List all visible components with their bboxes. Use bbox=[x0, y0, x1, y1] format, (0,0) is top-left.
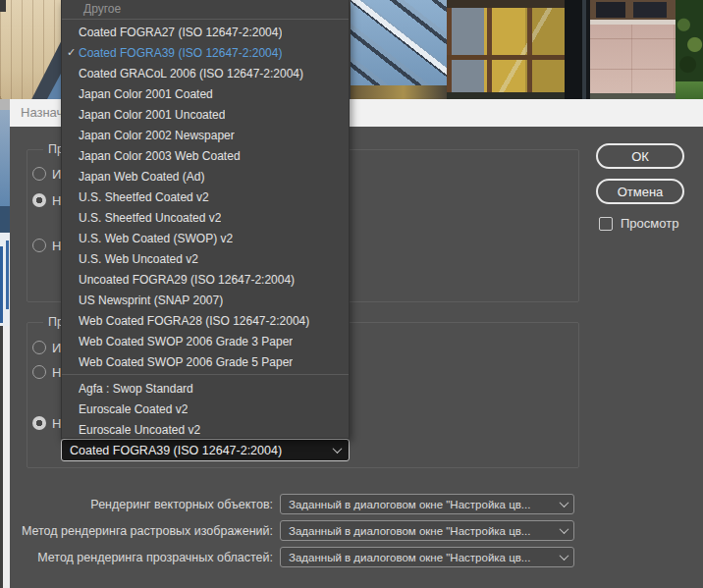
radio-button[interactable] bbox=[32, 341, 46, 354]
radio-button[interactable] bbox=[32, 365, 46, 379]
photo-window-wall bbox=[447, 0, 565, 99]
popup-item-label: Japan Web Coated (Ad) bbox=[79, 170, 205, 184]
edge-sign bbox=[0, 233, 10, 326]
intent-select[interactable]: Заданный в диалоговом окне "Настройка цв… bbox=[280, 520, 574, 541]
edge-gray bbox=[0, 99, 10, 110]
profile-combobox[interactable]: Coated FOGRA39 (ISO 12647-2:2004) bbox=[61, 439, 350, 461]
popup-item[interactable]: Japan Color 2001 Coated bbox=[62, 83, 349, 104]
document-photo-top bbox=[351, 0, 703, 99]
radio-option-current-space[interactable]: Н bbox=[32, 364, 61, 380]
radio-button[interactable] bbox=[32, 167, 46, 181]
popup-item-label: Japan Color 2002 Newspaper bbox=[79, 129, 235, 142]
popup-item-label: US Newsprint (SNAP 2007) bbox=[79, 294, 223, 307]
photo-grass bbox=[676, 81, 703, 99]
popup-item[interactable]: Web Coated FOGRA28 (ISO 12647-2:2004) bbox=[62, 310, 349, 331]
radio-button[interactable] bbox=[32, 193, 46, 207]
edge-sky bbox=[0, 110, 10, 206]
photo-window bbox=[633, 2, 667, 18]
radio-label: Н bbox=[52, 193, 61, 208]
edge-navy bbox=[0, 206, 10, 233]
photo-pillar bbox=[565, 0, 590, 99]
chevron-down-icon bbox=[560, 551, 569, 561]
photo-window bbox=[596, 2, 625, 18]
window-corner bbox=[0, 0, 6, 12]
popup-item[interactable]: Web Coated SWOP 2006 Grade 5 Paper bbox=[62, 351, 349, 372]
popup-item-label: Japan Color 2003 Web Coated bbox=[79, 149, 241, 163]
photo-foliage bbox=[676, 0, 703, 99]
radio-option-current-space[interactable]: Н bbox=[32, 192, 61, 208]
photo-floor bbox=[351, 85, 447, 99]
popup-item-label: Uncoated FOGRA29 (ISO 12647-2:2004) bbox=[79, 273, 295, 287]
intent-label: Метод рендеринга растровых изображений: bbox=[8, 524, 280, 538]
popup-item[interactable]: Japan Color 2003 Web Coated bbox=[62, 145, 349, 166]
popup-item[interactable]: U.S. Web Uncoated v2 bbox=[62, 248, 349, 269]
popup-item[interactable]: U.S. Sheetfed Coated v2 bbox=[62, 187, 349, 207]
popup-item[interactable]: U.S. Sheetfed Uncoated v2 bbox=[62, 207, 349, 228]
radio-label: И bbox=[52, 341, 61, 355]
intent-select[interactable]: Заданный в диалоговом окне "Настройка цв… bbox=[280, 494, 574, 514]
popup-item[interactable]: U.S. Web Coated (SWOP) v2 bbox=[62, 228, 349, 248]
profile-popup-menu: Другое Coated FOGRA27 (ISO 12647-2:2004)… bbox=[61, 0, 350, 439]
ok-button[interactable]: ОК bbox=[596, 143, 684, 169]
cancel-button[interactable]: Отмена bbox=[596, 179, 684, 204]
document-photo-left bbox=[0, 0, 61, 99]
radio-label: Н bbox=[52, 416, 61, 431]
radio-button[interactable] bbox=[32, 239, 46, 252]
intent-select-value: Заданный в диалоговом окне "Настройка цв… bbox=[289, 552, 561, 563]
popup-item-label: U.S. Sheetfed Coated v2 bbox=[79, 190, 209, 204]
intent-label: Рендеринг векторных объектов: bbox=[8, 498, 280, 511]
popup-header-other[interactable]: Другое bbox=[62, 0, 349, 18]
photo-dark-structure bbox=[0, 0, 61, 99]
intent-rows: Рендеринг векторных объектов:Заданный в … bbox=[8, 491, 597, 570]
popup-item-label: Euroscale Uncoated v2 bbox=[79, 423, 200, 437]
profile-popup-list: Coated FOGRA27 (ISO 12647-2:2004)✓Coated… bbox=[62, 22, 349, 440]
intent-select-value: Заданный в диалоговом окне "Настройка цв… bbox=[289, 499, 561, 510]
popup-item[interactable]: Web Coated SWOP 2006 Grade 3 Paper bbox=[62, 331, 349, 351]
radio-option-discard[interactable]: И bbox=[32, 340, 61, 355]
intent-select[interactable]: Заданный в диалоговом окне "Настройка цв… bbox=[280, 547, 574, 567]
intent-row: Метод рендеринга растровых изображений:З… bbox=[8, 517, 597, 544]
preview-checkbox[interactable] bbox=[599, 217, 613, 231]
preview-checkbox-row[interactable]: Просмотр bbox=[599, 216, 678, 231]
sign-letter-stroke bbox=[6, 241, 9, 309]
popup-item[interactable]: Euroscale Uncoated v2 bbox=[62, 419, 349, 440]
popup-item-label: Coated GRACoL 2006 (ISO 12647-2:2004) bbox=[79, 67, 303, 80]
radio-button[interactable] bbox=[32, 416, 46, 430]
popup-item-label: Coated FOGRA39 (ISO 12647-2:2004) bbox=[79, 46, 282, 60]
popup-item[interactable]: Japan Color 2002 Newspaper bbox=[62, 125, 349, 145]
popup-item-label: U.S. Web Uncoated v2 bbox=[79, 252, 198, 266]
popup-item-label: Agfa : Swop Standard bbox=[79, 382, 193, 396]
popup-item-label: U.S. Web Coated (SWOP) v2 bbox=[79, 232, 233, 245]
photo-sky-beams bbox=[351, 0, 447, 99]
radio-option-assign-profile[interactable]: Н bbox=[32, 415, 61, 431]
photo-pink-wall bbox=[590, 0, 676, 99]
popup-item[interactable]: Japan Web Coated (Ad) bbox=[62, 166, 349, 187]
radio-label: Н bbox=[52, 239, 61, 253]
popup-item[interactable]: Uncoated FOGRA29 (ISO 12647-2:2004) bbox=[62, 269, 349, 290]
radio-option-assign-profile[interactable]: Н bbox=[32, 238, 61, 253]
popup-item-label: Japan Color 2001 Coated bbox=[79, 87, 213, 101]
popup-item[interactable]: ✓Coated FOGRA39 (ISO 12647-2:2004) bbox=[62, 42, 349, 63]
popup-item-label: Euroscale Coated v2 bbox=[79, 402, 188, 416]
popup-item[interactable]: Agfa : Swop Standard bbox=[62, 378, 349, 399]
chevron-down-icon bbox=[333, 444, 343, 454]
checkmark-icon: ✓ bbox=[62, 46, 79, 59]
intent-row: Метод рендеринга прозрачных областей:Зад… bbox=[8, 544, 597, 570]
chevron-down-icon bbox=[560, 498, 569, 508]
popup-item-label: Japan Color 2001 Uncoated bbox=[79, 108, 225, 122]
intent-select-value: Заданный в диалоговом окне "Настройка цв… bbox=[289, 525, 561, 537]
photo-sill bbox=[590, 20, 676, 25]
radio-option-discard[interactable]: И bbox=[32, 166, 61, 182]
photo-ground bbox=[447, 92, 565, 99]
popup-item[interactable]: Euroscale Coated v2 bbox=[62, 399, 349, 419]
edge-dark-column bbox=[0, 326, 3, 588]
profile-combobox-value: Coated FOGRA39 (ISO 12647-2:2004) bbox=[70, 444, 334, 457]
popup-item[interactable]: Coated GRACoL 2006 (ISO 12647-2:2004) bbox=[62, 63, 349, 83]
preview-checkbox-label: Просмотр bbox=[621, 216, 678, 231]
popup-item[interactable]: Coated FOGRA27 (ISO 12647-2:2004) bbox=[62, 22, 349, 42]
popup-item[interactable]: Japan Color 2001 Uncoated bbox=[62, 104, 349, 125]
popup-item-label: U.S. Sheetfed Uncoated v2 bbox=[79, 211, 221, 225]
photo-window-bar bbox=[447, 55, 565, 60]
popup-item[interactable]: US Newsprint (SNAP 2007) bbox=[62, 290, 349, 310]
separator bbox=[62, 374, 349, 375]
